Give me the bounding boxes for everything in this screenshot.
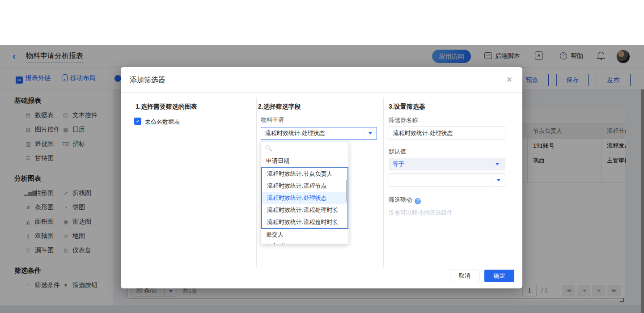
dropdown-item-selected[interactable]: 流程时效统计.处理状态 bbox=[262, 192, 347, 204]
field-group: 流程时效统计.节点负责人 流程时效统计.流程节点 流程时效统计.处理状态 流程时… bbox=[261, 167, 348, 229]
modal-title: 添加筛选器 bbox=[130, 76, 165, 85]
step3-title: 3.设置筛选器 bbox=[389, 103, 425, 111]
close-icon[interactable]: ✕ bbox=[506, 75, 513, 85]
checkbox-label[interactable]: 未命名数据表 bbox=[145, 118, 180, 126]
search-icon bbox=[266, 145, 270, 149]
linkage-label-text: 筛选联动 bbox=[389, 196, 412, 203]
field-dropdown-panel: 申请日期 流程时效统计.节点负责人 流程时效统计.流程节点 流程时效统计.处理状… bbox=[261, 141, 349, 244]
cancel-button[interactable]: 取消 bbox=[450, 270, 479, 282]
operator-value: 等于 bbox=[393, 161, 404, 167]
linkage-label: 筛选联动? bbox=[389, 196, 421, 204]
step2-title: 2.选择筛选字段 bbox=[258, 103, 301, 111]
chevron-down-icon bbox=[364, 127, 377, 139]
divider bbox=[121, 92, 522, 93]
linkage-help-icon[interactable]: ? bbox=[415, 198, 421, 204]
dropdown-item[interactable]: 提交人 bbox=[261, 229, 348, 241]
step1-title: 1.选择需要筛选的图表 bbox=[136, 103, 197, 111]
confirm-button[interactable]: 确定 bbox=[484, 270, 514, 282]
divider bbox=[383, 97, 384, 267]
chevron-down-icon bbox=[496, 163, 499, 165]
default-value-select[interactable] bbox=[389, 173, 505, 186]
field-select[interactable]: 流程时效统计.处理状态 bbox=[261, 127, 377, 140]
dropdown-item[interactable]: 申请日期 bbox=[261, 155, 348, 167]
dropdown-item[interactable]: 流程时效统计.流程超时时长 bbox=[262, 216, 347, 228]
default-value-label: 默认值 bbox=[389, 148, 406, 156]
dataset-label: 物料申请 bbox=[261, 116, 284, 124]
filter-name-input[interactable]: 流程时效统计.处理状态 bbox=[389, 127, 505, 140]
linkage-empty-text: 没有可以联动的筛选组件 bbox=[389, 209, 453, 217]
dropdown-item[interactable]: 流程时效统计.节点负责人 bbox=[262, 168, 347, 180]
divider bbox=[256, 97, 257, 267]
add-filter-modal: 添加筛选器 ✕ 1.选择需要筛选的图表 ✓ 未命名数据表 2.选择筛选字段 物料… bbox=[121, 67, 522, 288]
chevron-down-icon bbox=[492, 174, 505, 186]
dropdown-item[interactable]: 流程时效统计.流程节点 bbox=[262, 180, 347, 192]
filter-name-label: 筛选器名称 bbox=[389, 116, 418, 124]
checkbox-checked[interactable]: ✓ bbox=[134, 118, 141, 125]
operator-select[interactable]: 等于 bbox=[389, 158, 505, 170]
dropdown-search-input[interactable] bbox=[261, 142, 348, 155]
dropdown-scrollbar[interactable] bbox=[346, 180, 348, 201]
dropdown-item[interactable]: 提交时间 bbox=[261, 241, 348, 244]
dropdown-item[interactable]: 流程时效统计.流程处理时长 bbox=[262, 204, 347, 216]
field-select-value: 流程时效统计.处理状态 bbox=[265, 130, 325, 136]
page: ‹ 物料申请分析报表 应用访问 </> 后端脚本 A ? 帮助 ∞报表外链 移动… bbox=[0, 0, 644, 313]
